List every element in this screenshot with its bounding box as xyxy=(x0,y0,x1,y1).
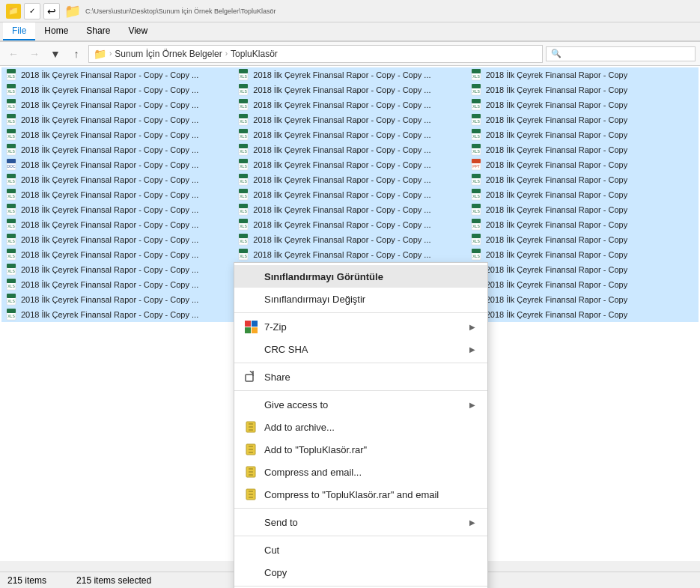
context-menu-give-access[interactable]: Give access to▶ xyxy=(234,393,487,416)
svg-rect-4 xyxy=(239,69,248,73)
list-item[interactable]: XLS 2018 İlk Çeyrek Finansal Rapor - Cop… xyxy=(234,187,466,202)
list-item[interactable]: XLS 2018 İlk Çeyrek Finansal Rapor - Cop… xyxy=(466,172,699,187)
list-item[interactable]: XLS 2018 İlk Çeyrek Finansal Rapor - Cop… xyxy=(234,217,466,232)
list-item[interactable]: XLS 2018 İlk Çeyrek Finansal Rapor - Cop… xyxy=(234,127,466,142)
svg-rect-1 xyxy=(7,69,16,73)
svg-text:XLS: XLS xyxy=(472,149,480,154)
context-menu-7zip[interactable]: 7-Zip▶ xyxy=(234,315,487,338)
list-item[interactable]: XLS 2018 İlk Çeyrek Finansal Rapor - Cop… xyxy=(466,112,699,127)
back-nav-button[interactable]: ← xyxy=(4,45,22,63)
forward-nav-button[interactable]: → xyxy=(25,45,43,63)
submenu-arrow-icon: ▶ xyxy=(469,401,475,409)
context-menu-share[interactable]: Share xyxy=(234,366,487,388)
list-item[interactable]: XLS 2018 İlk Çeyrek Finansal Rapor - Cop… xyxy=(466,97,699,112)
svg-rect-25 xyxy=(472,99,481,103)
svg-rect-73 xyxy=(7,189,16,193)
context-menu-cut[interactable]: Cut xyxy=(234,539,487,561)
list-item[interactable]: XLS 2018 İlk Çeyrek Finansal Rapor - Cop… xyxy=(1,112,234,127)
back-button[interactable]: ✓ xyxy=(24,3,40,19)
file-icon-xlsx: XLS xyxy=(6,84,18,96)
list-item[interactable]: XLS 2018 İlk Çeyrek Finansal Rapor - Cop… xyxy=(466,82,699,97)
context-menu-sort-change[interactable]: Sınıflandırmayı Değiştir xyxy=(234,288,487,310)
list-item[interactable]: XLS 2018 İlk Çeyrek Finansal Rapor - Cop… xyxy=(1,247,234,262)
undo-button[interactable]: ↩ xyxy=(43,3,60,19)
list-item[interactable]: XLS 2018 İlk Çeyrek Finansal Rapor - Cop… xyxy=(466,217,699,232)
list-item[interactable]: XLS 2018 İlk Çeyrek Finansal Rapor - Cop… xyxy=(466,127,699,142)
svg-text:XLS: XLS xyxy=(7,254,15,258)
list-item[interactable]: XLS 2018 İlk Çeyrek Finansal Rapor - Cop… xyxy=(466,292,699,307)
context-menu-crc-sha[interactable]: CRC SHA▶ xyxy=(234,338,487,360)
list-item[interactable]: XLS 2018 İlk Çeyrek Finansal Rapor - Cop… xyxy=(466,232,699,247)
list-item[interactable]: XLS 2018 İlk Çeyrek Finansal Rapor - Cop… xyxy=(466,262,699,277)
context-menu-compress-email[interactable]: Compress and email... xyxy=(234,461,487,483)
context-menu-add-toplu[interactable]: Add to "TopluKlasör.rar" xyxy=(234,438,487,461)
list-item[interactable]: XLS 2018 İlk Çeyrek Finansal Rapor - Cop… xyxy=(234,142,466,157)
context-menu: Sınıflandırmayı GörüntüleSınıflandırmayı… xyxy=(234,262,488,588)
list-item[interactable]: XLS 2018 İlk Çeyrek Finansal Rapor - Cop… xyxy=(466,277,699,292)
recent-nav-button[interactable]: ▼ xyxy=(46,45,64,63)
svg-rect-127 xyxy=(7,279,16,283)
svg-rect-52 xyxy=(472,144,481,148)
list-item[interactable]: XLS 2018 İlk Çeyrek Finansal Rapor - Cop… xyxy=(466,247,699,262)
svg-rect-61 xyxy=(472,159,481,163)
svg-rect-28 xyxy=(7,114,16,118)
list-item[interactable]: XLS 2018 İlk Çeyrek Finansal Rapor - Cop… xyxy=(1,292,234,307)
svg-rect-76 xyxy=(239,189,248,193)
breadcrumb-current[interactable]: TopluKlasör xyxy=(231,49,278,59)
list-item[interactable]: XLS 2018 İlk Çeyrek Finansal Rapor - Cop… xyxy=(1,127,234,142)
search-bar[interactable]: 🔍 xyxy=(546,46,696,61)
tab-view[interactable]: View xyxy=(119,22,156,40)
file-icon-xlsx: XLS xyxy=(238,204,250,216)
list-item[interactable]: XLS 2018 İlk Çeyrek Finansal Rapor - Cop… xyxy=(1,82,234,97)
file-name: 2018 İlk Çeyrek Finansal Rapor - Copy - … xyxy=(253,70,430,79)
file-icon-xlsx: XLS xyxy=(471,69,483,81)
list-item[interactable]: XLS 2018 İlk Çeyrek Finansal Rapor - Cop… xyxy=(466,187,699,202)
context-menu-icon-send-to xyxy=(243,515,258,530)
context-menu-compress-toplu-email[interactable]: Compress to "TopluKlasör.rar" and email xyxy=(234,483,487,506)
list-item[interactable]: XLS 2018 İlk Çeyrek Finansal Rapor - Cop… xyxy=(466,67,699,82)
breadcrumb-parent[interactable]: Sunum İçin Örnek Belgeler xyxy=(115,49,222,59)
list-item[interactable]: XLS 2018 İlk Çeyrek Finansal Rapor - Cop… xyxy=(1,67,234,82)
svg-text:XLS: XLS xyxy=(240,164,248,169)
list-item[interactable]: XLS 2018 İlk Çeyrek Finansal Rapor - Cop… xyxy=(1,97,234,112)
list-item[interactable]: XLS 2018 İlk Çeyrek Finansal Rapor - Cop… xyxy=(234,232,466,247)
list-item[interactable]: XLS 2018 İlk Çeyrek Finansal Rapor - Cop… xyxy=(1,217,234,232)
list-item[interactable]: XLS 2018 İlk Çeyrek Finansal Rapor - Cop… xyxy=(234,172,466,187)
list-item[interactable]: XLS 2018 İlk Çeyrek Finansal Rapor - Cop… xyxy=(1,142,234,157)
svg-text:XLS: XLS xyxy=(7,239,15,243)
context-menu-add-archive[interactable]: Add to archive... xyxy=(234,416,487,438)
list-item[interactable]: XLS 2018 İlk Çeyrek Finansal Rapor - Cop… xyxy=(1,232,234,247)
context-menu-send-to[interactable]: Send to▶ xyxy=(234,511,487,533)
tab-share[interactable]: Share xyxy=(77,22,119,40)
list-item[interactable]: XLS 2018 İlk Çeyrek Finansal Rapor - Cop… xyxy=(234,202,466,217)
list-item[interactable]: XLS 2018 İlk Çeyrek Finansal Rapor - Cop… xyxy=(234,112,466,127)
svg-text:XLS: XLS xyxy=(472,254,480,258)
list-item[interactable]: XLS 2018 İlk Çeyrek Finansal Rapor - Cop… xyxy=(1,277,234,292)
list-item[interactable]: XLS 2018 İlk Çeyrek Finansal Rapor - Cop… xyxy=(1,262,234,277)
list-item[interactable]: XLS 2018 İlk Çeyrek Finansal Rapor - Cop… xyxy=(234,97,466,112)
list-item[interactable]: XLS 2018 İlk Çeyrek Finansal Rapor - Cop… xyxy=(234,247,466,262)
list-item[interactable]: XLS 2018 İlk Çeyrek Finansal Rapor - Cop… xyxy=(1,202,234,217)
list-item[interactable]: XLS 2018 İlk Çeyrek Finansal Rapor - Cop… xyxy=(466,202,699,217)
list-item[interactable]: PPT 2018 İlk Çeyrek Finansal Rapor - Cop… xyxy=(466,157,699,172)
list-item[interactable]: XLS 2018 İlk Çeyrek Finansal Rapor - Cop… xyxy=(234,82,466,97)
list-item[interactable]: XLS 2018 İlk Çeyrek Finansal Rapor - Cop… xyxy=(1,187,234,202)
context-menu-copy[interactable]: Copy xyxy=(234,561,487,584)
context-menu-sort-view[interactable]: Sınıflandırmayı Görüntüle xyxy=(234,265,487,288)
list-item[interactable]: DOC 2018 İlk Çeyrek Finansal Rapor - Cop… xyxy=(1,157,234,172)
tab-file[interactable]: File xyxy=(3,22,35,40)
list-item[interactable]: XLS 2018 İlk Çeyrek Finansal Rapor - Cop… xyxy=(234,157,466,172)
file-icon-xlsx: XLS xyxy=(238,84,250,96)
list-item[interactable]: XLS 2018 İlk Çeyrek Finansal Rapor - Cop… xyxy=(466,142,699,157)
tab-home[interactable]: Home xyxy=(35,22,77,40)
list-item[interactable]: XLS 2018 İlk Çeyrek Finansal Rapor - Cop… xyxy=(466,307,699,322)
up-nav-button[interactable]: ↑ xyxy=(67,45,85,63)
svg-rect-94 xyxy=(239,219,248,223)
list-item[interactable]: XLS 2018 İlk Çeyrek Finansal Rapor - Cop… xyxy=(1,172,234,187)
list-item[interactable]: XLS 2018 İlk Çeyrek Finansal Rapor - Cop… xyxy=(234,67,466,82)
svg-text:XLS: XLS xyxy=(240,104,248,109)
file-name: 2018 İlk Çeyrek Finansal Rapor - Copy - … xyxy=(21,85,198,94)
file-icon-xlsx: XLS xyxy=(238,219,250,231)
list-item[interactable]: XLS 2018 İlk Çeyrek Finansal Rapor - Cop… xyxy=(1,307,234,322)
svg-text:XLS: XLS xyxy=(472,134,480,139)
